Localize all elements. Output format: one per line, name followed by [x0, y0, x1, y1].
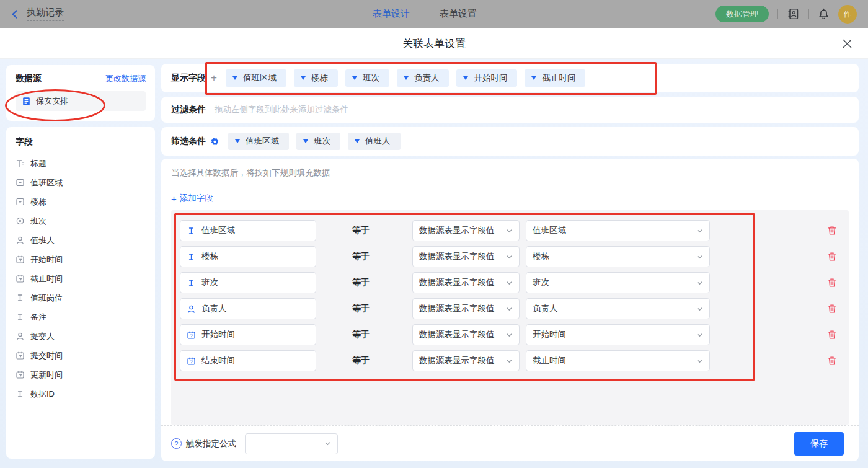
text-icon [187, 252, 196, 262]
select-value: 负责人 [533, 303, 558, 314]
rule-value-select[interactable]: 班次 [526, 272, 710, 293]
datasource-panel: 数据源 更改数据源 保安安排 [6, 65, 155, 121]
rule-target-field[interactable]: 楼栋 [180, 246, 316, 267]
delete-rule-button[interactable] [826, 251, 838, 262]
rule-value-select[interactable]: 截止时间 [526, 350, 710, 371]
rule-field-label: 班次 [202, 277, 218, 288]
field-item[interactable]: 提交人 [16, 327, 146, 346]
display-field-tag[interactable]: 值班区域 [226, 69, 286, 87]
radio-icon [16, 216, 25, 226]
rule-field-label: 值班区域 [202, 225, 235, 236]
field-item-label: 备注 [30, 312, 46, 323]
tab-form-design[interactable]: 表单设计 [373, 8, 410, 20]
add-display-field-button[interactable]: + [211, 72, 217, 84]
rule-target-field[interactable]: 值班区域 [180, 220, 316, 241]
rule-source-select[interactable]: 数据源表显示字段值 [412, 350, 520, 371]
sieve-field-tag[interactable]: 值班区域 [228, 133, 289, 150]
rule-source-select[interactable]: 数据源表显示字段值 [412, 298, 520, 319]
sieve-condition-label: 筛选条件 [171, 136, 206, 147]
formula-select[interactable] [245, 433, 338, 454]
rule-target-field[interactable]: 负责人 [180, 298, 316, 319]
field-item[interactable]: 数据ID [16, 384, 146, 404]
rule-source-select[interactable]: 数据源表显示字段值 [412, 220, 520, 241]
save-button[interactable]: 保存 [794, 432, 844, 456]
rule-target-field[interactable]: 结束时间 [180, 350, 316, 371]
modal-body: 数据源 更改数据源 保安安排 字段 标题 [0, 59, 868, 468]
modal-header: 关联表单设置 [0, 28, 868, 59]
add-field-button[interactable]: + 添加字段 [171, 193, 213, 204]
rule-source-select[interactable]: 数据源表显示字段值 [412, 272, 520, 293]
bell-icon[interactable] [818, 8, 830, 20]
delete-rule-button[interactable] [826, 277, 838, 288]
field-item[interactable]: 截止时间 [16, 269, 146, 288]
rule-value-select[interactable]: 负责人 [526, 298, 710, 319]
display-field-tag[interactable]: 截止时间 [525, 69, 585, 87]
rule-value-select[interactable]: 值班区域 [526, 220, 710, 241]
change-datasource-link[interactable]: 更改数据源 [105, 73, 146, 84]
trigger-formula-label: 触发指定公式 [186, 438, 236, 449]
rule-value-select[interactable]: 开始时间 [526, 324, 710, 345]
back-button[interactable] [10, 9, 20, 19]
delete-rule-button[interactable] [826, 303, 838, 314]
calendar-icon [16, 274, 25, 283]
datasource-item[interactable]: 保安安排 [16, 91, 146, 111]
user-avatar[interactable]: 作 [838, 5, 857, 24]
select-value: 数据源表显示字段值 [419, 303, 495, 314]
chevron-down-icon [506, 332, 513, 338]
chevron-down-icon [324, 440, 331, 447]
delete-rule-button[interactable] [826, 225, 838, 236]
person-icon [16, 332, 25, 341]
trash-icon [826, 251, 838, 262]
display-field-tag[interactable]: 负责人 [397, 69, 450, 87]
field-item[interactable]: 班次 [16, 211, 146, 231]
field-item[interactable]: 标题 [16, 154, 146, 173]
tag-label: 开始时间 [474, 73, 507, 84]
display-field-tag[interactable]: 班次 [345, 69, 389, 87]
field-item[interactable]: 更新时间 [16, 365, 146, 384]
display-fields-row: 显示字段 + 值班区域 楼栋 班次 负责人 开始时间 截止时间 [161, 64, 859, 92]
help-icon[interactable]: ? [171, 438, 182, 449]
gear-icon[interactable] [210, 137, 219, 146]
person-icon [187, 304, 196, 314]
rule-source-select[interactable]: 数据源表显示字段值 [412, 324, 520, 345]
rule-row: 结束时间 等于 数据源表显示字段值 截止时间 [180, 350, 840, 371]
close-icon[interactable] [841, 37, 853, 50]
contacts-icon[interactable] [787, 7, 800, 20]
field-item[interactable]: 开始时间 [16, 250, 146, 269]
rule-row: 负责人 等于 数据源表显示字段值 负责人 [180, 298, 840, 319]
field-item[interactable]: 值班人 [16, 231, 146, 250]
field-item[interactable]: 值班岗位 [16, 288, 146, 307]
modal-title: 关联表单设置 [402, 36, 466, 50]
fields-title: 字段 [16, 136, 33, 146]
field-item[interactable]: 备注 [16, 307, 146, 327]
tab-form-settings[interactable]: 表单设置 [440, 8, 477, 20]
chevron-down-icon [696, 280, 703, 286]
field-item[interactable]: 提交时间 [16, 346, 146, 365]
field-item[interactable]: 楼栋 [16, 192, 146, 211]
sieve-field-tag[interactable]: 值班人 [348, 133, 401, 150]
display-field-tag[interactable]: 开始时间 [456, 69, 517, 87]
delete-rule-button[interactable] [826, 355, 838, 366]
data-manage-button[interactable]: 数据管理 [715, 6, 769, 22]
sieve-field-tag[interactable]: 班次 [296, 133, 340, 150]
filter-dropzone[interactable]: 拖动左侧字段到此处来添加过滤条件 [215, 104, 348, 115]
select-value: 楼栋 [533, 251, 549, 262]
rule-target-field[interactable]: 开始时间 [180, 324, 316, 345]
delete-rule-button[interactable] [826, 329, 838, 340]
chevron-down-icon [506, 280, 513, 286]
form-name[interactable]: 执勤记录 [27, 7, 64, 21]
field-item[interactable]: 值班区域 [16, 173, 146, 192]
chevron-down-icon [696, 332, 703, 338]
field-item-label: 标题 [30, 158, 46, 169]
caret-down-icon [531, 76, 536, 80]
fill-rules-panel: 当选择具体数据后，将按如下规则填充数据 + 添加字段 值班区域 等于 数据源表显… [161, 159, 859, 461]
field-item-label: 值班人 [30, 235, 55, 246]
rule-source-select[interactable]: 数据源表显示字段值 [412, 246, 520, 267]
rule-value-select[interactable]: 楼栋 [526, 246, 710, 267]
divider [777, 9, 778, 19]
chevron-down-icon [506, 306, 513, 312]
trash-icon [826, 303, 838, 314]
display-field-tag[interactable]: 楼栋 [294, 69, 338, 87]
select-value: 班次 [533, 277, 549, 288]
rule-target-field[interactable]: 班次 [180, 272, 316, 293]
